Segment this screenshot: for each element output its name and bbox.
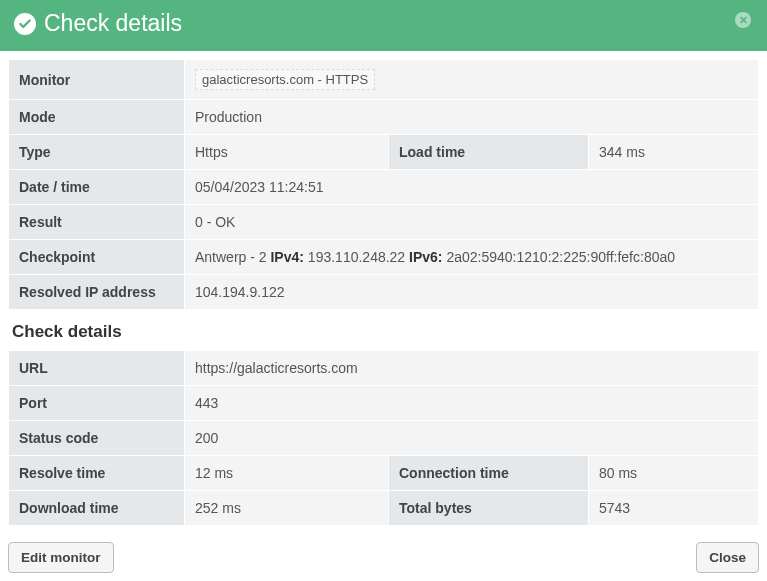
- value-status: 200: [185, 421, 759, 456]
- label-totalbytes: Total bytes: [389, 491, 589, 526]
- label-datetime: Date / time: [9, 170, 185, 205]
- value-result: 0 - OK: [185, 205, 759, 240]
- monitor-tag[interactable]: galacticresorts.com - HTTPS: [195, 69, 375, 90]
- value-conntime: 80 ms: [589, 456, 759, 491]
- label-monitor: Monitor: [9, 60, 185, 100]
- label-status: Status code: [9, 421, 185, 456]
- details-table-2: URL https://galacticresorts.com Port 443…: [8, 350, 759, 526]
- value-checkpoint: Antwerp - 2 IPv4: 193.110.248.22 IPv6: 2…: [185, 240, 759, 275]
- value-port: 443: [185, 386, 759, 421]
- value-resolvetime: 12 ms: [185, 456, 389, 491]
- label-loadtime: Load time: [389, 135, 589, 170]
- ipv6-value: 2a02:5940:1210:2:225:90ff:fefc:80a0: [443, 249, 676, 265]
- label-mode: Mode: [9, 100, 185, 135]
- value-url: https://galacticresorts.com: [185, 351, 759, 386]
- label-resolved: Resolved IP address: [9, 275, 185, 310]
- value-loadtime: 344 ms: [589, 135, 759, 170]
- ipv4-value: 193.110.248.22: [304, 249, 409, 265]
- label-resolvetime: Resolve time: [9, 456, 185, 491]
- value-datetime: 05/04/2023 11:24:51: [185, 170, 759, 205]
- label-conntime: Connection time: [389, 456, 589, 491]
- value-type: Https: [185, 135, 389, 170]
- edit-monitor-button[interactable]: Edit monitor: [8, 542, 114, 573]
- dialog-footer: Edit monitor Close: [0, 534, 767, 581]
- value-mode: Production: [185, 100, 759, 135]
- value-dltime: 252 ms: [185, 491, 389, 526]
- label-port: Port: [9, 386, 185, 421]
- details-table-1: Monitor galacticresorts.com - HTTPS Mode…: [8, 59, 759, 310]
- label-url: URL: [9, 351, 185, 386]
- section-title-check-details: Check details: [8, 310, 759, 350]
- check-icon: [14, 13, 36, 35]
- value-resolved: 104.194.9.122: [185, 275, 759, 310]
- close-button[interactable]: Close: [696, 542, 759, 573]
- checkpoint-prefix: Antwerp - 2: [195, 249, 270, 265]
- label-result: Result: [9, 205, 185, 240]
- dialog-title: Check details: [44, 10, 182, 37]
- label-type: Type: [9, 135, 185, 170]
- dialog-header: Check details ✕: [0, 0, 767, 51]
- ipv4-label: IPv4:: [270, 249, 303, 265]
- ipv6-label: IPv6:: [409, 249, 442, 265]
- label-dltime: Download time: [9, 491, 185, 526]
- dialog-body: Monitor galacticresorts.com - HTTPS Mode…: [0, 51, 767, 534]
- value-monitor-cell: galacticresorts.com - HTTPS: [185, 60, 759, 100]
- label-checkpoint: Checkpoint: [9, 240, 185, 275]
- close-icon[interactable]: ✕: [735, 12, 751, 28]
- value-totalbytes: 5743: [589, 491, 759, 526]
